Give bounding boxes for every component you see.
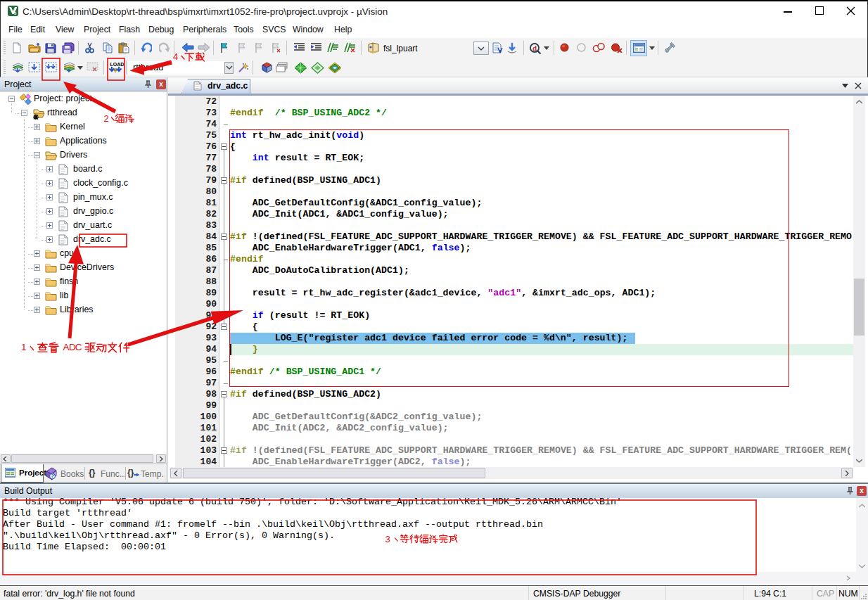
svg-text:LOAD: LOAD: [110, 62, 125, 67]
svg-text:d: d: [532, 44, 537, 52]
svg-text:?: ?: [51, 473, 54, 480]
